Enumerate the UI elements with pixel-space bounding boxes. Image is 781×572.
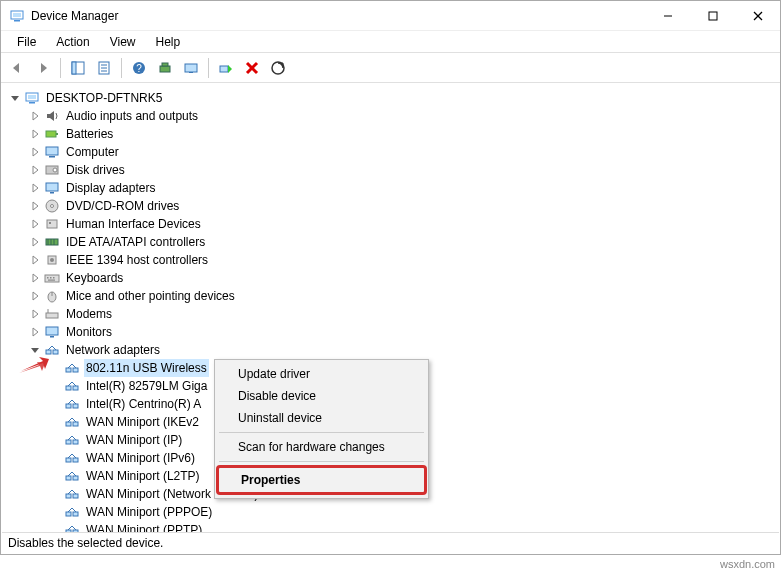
tree-node[interactable]: Network adapters — [8, 341, 779, 359]
expand-toggle-icon[interactable] — [28, 127, 42, 141]
svg-line-66 — [72, 382, 76, 386]
maximize-button[interactable] — [690, 1, 735, 31]
menu-file[interactable]: File — [9, 33, 44, 51]
expand-toggle-icon[interactable] — [28, 217, 42, 231]
tree-node[interactable]: Modems — [8, 305, 779, 323]
svg-rect-16 — [162, 63, 168, 66]
toolbar-separator — [60, 58, 61, 78]
ctx-separator — [219, 461, 424, 462]
svg-rect-68 — [73, 404, 78, 408]
ctx-disable-device[interactable]: Disable device — [218, 385, 425, 407]
update-driver-button[interactable] — [153, 56, 177, 80]
tree-node-label: WAN Miniport (PPPOE) — [84, 503, 214, 521]
svg-rect-33 — [50, 192, 54, 194]
svg-rect-47 — [53, 277, 55, 279]
svg-rect-59 — [66, 368, 71, 372]
show-hide-tree-button[interactable] — [66, 56, 90, 80]
svg-rect-26 — [46, 131, 56, 137]
ctx-scan-hardware[interactable]: Scan for hardware changes — [218, 436, 425, 458]
close-button[interactable] — [735, 1, 780, 31]
svg-line-73 — [68, 418, 72, 422]
tree-node[interactable]: Audio inputs and outputs — [8, 107, 779, 125]
keyboard-icon — [44, 270, 60, 286]
expand-toggle-icon — [48, 397, 62, 411]
expand-toggle-icon[interactable] — [28, 199, 42, 213]
tree-node[interactable]: DVD/CD-ROM drives — [8, 197, 779, 215]
help-button[interactable]: ? — [127, 56, 151, 80]
svg-line-97 — [68, 526, 72, 530]
expand-toggle-icon[interactable] — [28, 235, 42, 249]
enable-device-button[interactable] — [214, 56, 238, 80]
annotation-arrow-icon — [19, 355, 51, 375]
nic-icon — [64, 360, 80, 376]
svg-rect-29 — [49, 156, 55, 158]
tree-node[interactable]: Computer — [8, 143, 779, 161]
audio-icon — [44, 108, 60, 124]
svg-rect-32 — [46, 183, 58, 191]
monitor-icon — [44, 324, 60, 340]
tree-node[interactable]: Monitors — [8, 323, 779, 341]
title-bar[interactable]: Device Manager — [1, 1, 780, 31]
svg-rect-19 — [220, 66, 228, 72]
nic-icon — [64, 504, 80, 520]
expand-toggle-icon[interactable] — [28, 163, 42, 177]
uninstall-button[interactable] — [240, 56, 264, 80]
ctx-update-driver[interactable]: Update driver — [218, 363, 425, 385]
properties-button[interactable] — [92, 56, 116, 80]
svg-line-77 — [68, 436, 72, 440]
expand-toggle-icon — [48, 469, 62, 483]
tree-node[interactable]: WAN Miniport (PPPOE) — [8, 503, 779, 521]
tree-node[interactable]: Keyboards — [8, 269, 779, 287]
svg-rect-45 — [47, 277, 49, 279]
expand-toggle-icon — [48, 433, 62, 447]
svg-rect-63 — [66, 386, 71, 390]
tree-node[interactable]: Batteries — [8, 125, 779, 143]
tree-node[interactable]: Display adapters — [8, 179, 779, 197]
expand-toggle-icon[interactable] — [28, 325, 42, 339]
expand-toggle-icon[interactable] — [28, 145, 42, 159]
app-icon — [9, 8, 25, 24]
show-hidden-button[interactable] — [179, 56, 203, 80]
expand-toggle-icon — [48, 415, 62, 429]
tree-node-label: Network adapters — [64, 341, 162, 359]
svg-line-69 — [68, 400, 72, 404]
expand-toggle-icon[interactable] — [28, 109, 42, 123]
menu-action[interactable]: Action — [48, 33, 97, 51]
nic-icon — [64, 414, 80, 430]
ctx-properties[interactable]: Properties — [221, 469, 422, 491]
tree-node[interactable]: IDE ATA/ATAPI controllers — [8, 233, 779, 251]
tree-node[interactable]: Disk drives — [8, 161, 779, 179]
svg-rect-51 — [46, 313, 58, 318]
tree-node-label: Mice and other pointing devices — [64, 287, 237, 305]
svg-rect-64 — [73, 386, 78, 390]
minimize-button[interactable] — [645, 1, 690, 31]
nic-icon — [64, 486, 80, 502]
back-button[interactable] — [5, 56, 29, 80]
tree-node[interactable]: IEEE 1394 host controllers — [8, 251, 779, 269]
nic-icon — [64, 378, 80, 394]
tree-node[interactable]: DESKTOP-DFTNRK5 — [8, 89, 779, 107]
svg-rect-53 — [46, 327, 58, 335]
svg-rect-80 — [73, 458, 78, 462]
svg-line-65 — [68, 382, 72, 386]
tree-node[interactable]: Mice and other pointing devices — [8, 287, 779, 305]
tree-node-label: WAN Miniport (PPTP) — [84, 521, 204, 532]
expand-toggle-icon[interactable] — [28, 289, 42, 303]
expand-toggle-icon[interactable] — [28, 307, 42, 321]
nic-icon — [64, 468, 80, 484]
svg-line-86 — [72, 472, 76, 476]
scan-hardware-button[interactable] — [266, 56, 290, 80]
ctx-uninstall-device[interactable]: Uninstall device — [218, 407, 425, 429]
menu-help[interactable]: Help — [148, 33, 189, 51]
expand-toggle-icon[interactable] — [8, 91, 22, 105]
svg-point-31 — [53, 168, 57, 172]
tree-node[interactable]: Human Interface Devices — [8, 215, 779, 233]
menu-view[interactable]: View — [102, 33, 144, 51]
forward-button[interactable] — [31, 56, 55, 80]
svg-rect-1 — [14, 20, 20, 22]
expand-toggle-icon[interactable] — [28, 181, 42, 195]
watermark: wsxdn.com — [720, 558, 775, 570]
expand-toggle-icon[interactable] — [28, 253, 42, 267]
expand-toggle-icon[interactable] — [28, 271, 42, 285]
tree-node[interactable]: WAN Miniport (PPTP) — [8, 521, 779, 532]
